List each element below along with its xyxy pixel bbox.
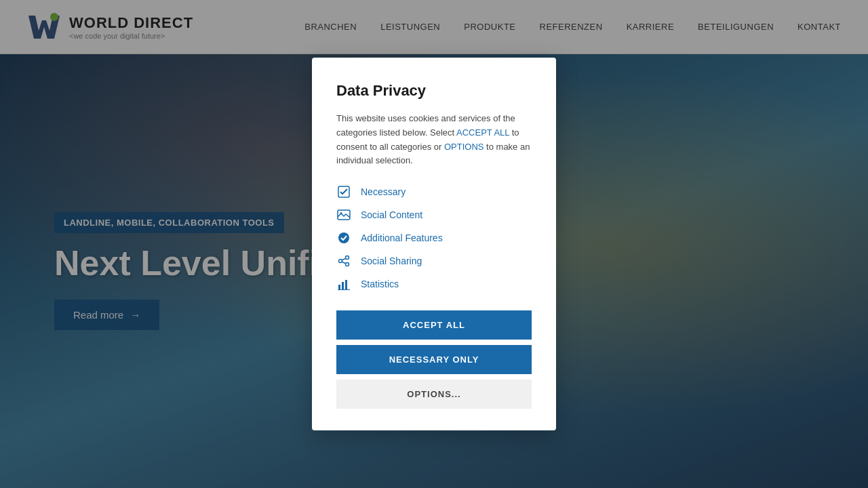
- svg-rect-13: [345, 280, 347, 289]
- check-circle-icon: [336, 230, 351, 245]
- svg-line-9: [342, 258, 345, 260]
- description-accept-all-link[interactable]: ACCEPT ALL: [456, 127, 509, 138]
- accept-all-button[interactable]: ACCEPT ALL: [336, 310, 532, 340]
- data-privacy-modal: Data Privacy This website uses cookies a…: [312, 58, 556, 430]
- description-options-link[interactable]: OPTIONS: [444, 142, 484, 152]
- svg-point-6: [346, 256, 349, 260]
- necessary-only-button[interactable]: NECESSARY ONLY: [336, 345, 532, 374]
- modal-description: This website uses cookies and services o…: [336, 112, 532, 168]
- cookie-item-social-sharing[interactable]: Social Sharing: [336, 253, 532, 268]
- options-button[interactable]: OPTIONS...: [336, 380, 532, 409]
- cookie-category-list: Necessary Social Content: [336, 184, 532, 291]
- modal-title: Data Privacy: [336, 82, 532, 100]
- cookie-label-additional-features: Additional Features: [361, 232, 443, 243]
- cookie-label-necessary: Necessary: [361, 186, 406, 197]
- cookie-item-social-content[interactable]: Social Content: [336, 207, 532, 222]
- image-icon: [336, 207, 351, 222]
- svg-line-10: [342, 262, 345, 264]
- modal-overlay[interactable]: Data Privacy This website uses cookies a…: [0, 0, 868, 488]
- svg-point-8: [346, 263, 349, 266]
- svg-point-5: [338, 232, 349, 243]
- cookie-item-necessary[interactable]: Necessary: [336, 184, 532, 199]
- bar-chart-icon: [336, 277, 351, 291]
- svg-point-7: [339, 260, 342, 263]
- cookie-item-additional-features[interactable]: Additional Features: [336, 230, 532, 245]
- cookie-label-statistics: Statistics: [361, 279, 399, 289]
- checkbox-icon: [336, 184, 351, 199]
- cookie-label-social-content: Social Content: [361, 209, 422, 220]
- share-icon: [336, 253, 351, 268]
- cookie-label-social-sharing: Social Sharing: [361, 256, 422, 266]
- svg-rect-12: [342, 282, 344, 289]
- cookie-item-statistics[interactable]: Statistics: [336, 277, 532, 291]
- svg-rect-11: [338, 285, 340, 289]
